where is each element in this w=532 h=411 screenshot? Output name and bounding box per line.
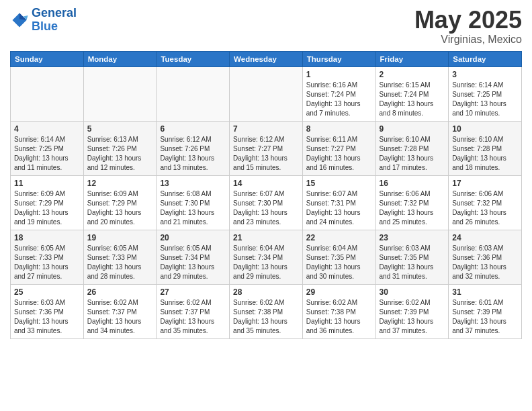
calendar-cell: 17Sunrise: 6:06 AMSunset: 7:32 PMDayligh… [449,175,522,230]
day-info: Sunrise: 6:12 AMSunset: 7:26 PMDaylight:… [160,135,226,173]
calendar-cell: 25Sunrise: 6:03 AMSunset: 7:36 PMDayligh… [11,284,84,338]
calendar-cell: 15Sunrise: 6:07 AMSunset: 7:31 PMDayligh… [302,175,375,230]
day-number: 18 [14,233,80,242]
day-info: Sunrise: 6:03 AMSunset: 7:36 PMDaylight:… [452,244,518,281]
day-info: Sunrise: 6:11 AMSunset: 7:27 PMDaylight:… [306,135,372,173]
calendar-week-2: 4Sunrise: 6:14 AMSunset: 7:25 PMDaylight… [11,121,522,175]
calendar-cell: 23Sunrise: 6:03 AMSunset: 7:35 PMDayligh… [375,230,449,284]
calendar-cell: 28Sunrise: 6:02 AMSunset: 7:38 PMDayligh… [230,284,303,338]
day-number: 31 [452,287,518,297]
day-number: 21 [233,233,299,242]
day-number: 14 [233,179,299,188]
calendar-cell: 24Sunrise: 6:03 AMSunset: 7:36 PMDayligh… [449,230,522,284]
calendar-cell: 8Sunrise: 6:11 AMSunset: 7:27 PMDaylight… [302,121,375,175]
main-title: May 2025 [414,7,522,34]
day-info: Sunrise: 6:02 AMSunset: 7:37 PMDaylight:… [87,298,153,336]
day-number: 10 [452,124,518,134]
day-number: 13 [160,179,226,188]
calendar-cell: 30Sunrise: 6:02 AMSunset: 7:39 PMDayligh… [375,284,449,338]
day-number: 24 [452,233,518,242]
day-info: Sunrise: 6:14 AMSunset: 7:25 PMDaylight:… [452,81,518,118]
day-info: Sunrise: 6:14 AMSunset: 7:25 PMDaylight:… [14,135,80,173]
calendar-cell [11,66,84,121]
calendar-cell: 21Sunrise: 6:04 AMSunset: 7:34 PMDayligh… [230,230,303,284]
day-number: 7 [233,124,299,134]
calendar-week-3: 11Sunrise: 6:09 AMSunset: 7:29 PMDayligh… [11,175,522,230]
calendar-cell: 22Sunrise: 6:04 AMSunset: 7:35 PMDayligh… [302,230,375,284]
day-info: Sunrise: 6:09 AMSunset: 7:29 PMDaylight:… [14,189,80,227]
day-number: 23 [380,233,445,242]
day-number: 9 [380,124,445,134]
calendar-cell: 7Sunrise: 6:12 AMSunset: 7:27 PMDaylight… [230,121,303,175]
day-info: Sunrise: 6:01 AMSunset: 7:39 PMDaylight:… [452,298,518,336]
day-number: 11 [14,179,80,188]
day-info: Sunrise: 6:06 AMSunset: 7:32 PMDaylight:… [452,189,518,227]
col-tuesday: Tuesday [157,51,230,66]
day-info: Sunrise: 6:04 AMSunset: 7:34 PMDaylight:… [233,244,299,281]
logo-icon [10,11,29,30]
day-info: Sunrise: 6:07 AMSunset: 7:30 PMDaylight:… [233,189,299,227]
day-number: 6 [160,124,226,134]
calendar-week-1: 1Sunrise: 6:16 AMSunset: 7:24 PMDaylight… [11,66,522,121]
day-info: Sunrise: 6:02 AMSunset: 7:38 PMDaylight:… [306,298,372,336]
calendar-cell [157,66,230,121]
day-number: 16 [380,179,445,188]
day-info: Sunrise: 6:03 AMSunset: 7:36 PMDaylight:… [14,298,80,336]
page-header: General Blue May 2025 Virginias, Mexico [10,7,522,46]
day-number: 8 [306,124,372,134]
day-number: 20 [160,233,226,242]
calendar-cell: 27Sunrise: 6:02 AMSunset: 7:37 PMDayligh… [157,284,230,338]
title-block: May 2025 Virginias, Mexico [414,7,522,46]
calendar-cell: 3Sunrise: 6:14 AMSunset: 7:25 PMDaylight… [449,66,522,121]
logo: General Blue [10,7,77,34]
day-info: Sunrise: 6:10 AMSunset: 7:28 PMDaylight:… [380,135,445,173]
calendar-cell: 2Sunrise: 6:15 AMSunset: 7:24 PMDaylight… [375,66,449,121]
calendar-cell: 18Sunrise: 6:05 AMSunset: 7:33 PMDayligh… [11,230,84,284]
calendar-week-4: 18Sunrise: 6:05 AMSunset: 7:33 PMDayligh… [11,230,522,284]
day-info: Sunrise: 6:04 AMSunset: 7:35 PMDaylight:… [306,244,372,281]
day-info: Sunrise: 6:05 AMSunset: 7:33 PMDaylight:… [14,244,80,281]
calendar-cell: 9Sunrise: 6:10 AMSunset: 7:28 PMDaylight… [375,121,449,175]
calendar-table: Sunday Monday Tuesday Wednesday Thursday… [10,51,522,339]
header-row: Sunday Monday Tuesday Wednesday Thursday… [11,51,522,66]
day-number: 22 [306,233,372,242]
calendar-cell: 31Sunrise: 6:01 AMSunset: 7:39 PMDayligh… [449,284,522,338]
col-wednesday: Wednesday [230,51,303,66]
col-friday: Friday [375,51,449,66]
day-number: 2 [380,70,445,79]
calendar-cell [83,66,157,121]
day-number: 4 [14,124,80,134]
day-number: 5 [87,124,153,134]
day-info: Sunrise: 6:07 AMSunset: 7:31 PMDaylight:… [306,189,372,227]
day-number: 1 [306,70,372,79]
day-info: Sunrise: 6:02 AMSunset: 7:38 PMDaylight:… [233,298,299,336]
calendar-week-5: 25Sunrise: 6:03 AMSunset: 7:36 PMDayligh… [11,284,522,338]
calendar-cell: 6Sunrise: 6:12 AMSunset: 7:26 PMDaylight… [157,121,230,175]
day-number: 27 [160,287,226,297]
day-info: Sunrise: 6:02 AMSunset: 7:39 PMDaylight:… [380,298,445,336]
day-number: 3 [452,70,518,79]
col-monday: Monday [83,51,157,66]
calendar-cell: 11Sunrise: 6:09 AMSunset: 7:29 PMDayligh… [11,175,84,230]
day-number: 19 [87,233,153,242]
day-info: Sunrise: 6:03 AMSunset: 7:35 PMDaylight:… [380,244,445,281]
day-number: 30 [380,287,445,297]
calendar-cell: 12Sunrise: 6:09 AMSunset: 7:29 PMDayligh… [83,175,157,230]
day-info: Sunrise: 6:15 AMSunset: 7:24 PMDaylight:… [380,81,445,118]
day-number: 26 [87,287,153,297]
day-info: Sunrise: 6:09 AMSunset: 7:29 PMDaylight:… [87,189,153,227]
day-number: 25 [14,287,80,297]
day-info: Sunrise: 6:10 AMSunset: 7:28 PMDaylight:… [452,135,518,173]
calendar-cell: 10Sunrise: 6:10 AMSunset: 7:28 PMDayligh… [449,121,522,175]
day-info: Sunrise: 6:05 AMSunset: 7:33 PMDaylight:… [87,244,153,281]
day-number: 12 [87,179,153,188]
calendar-cell: 26Sunrise: 6:02 AMSunset: 7:37 PMDayligh… [83,284,157,338]
subtitle: Virginias, Mexico [414,34,522,46]
day-number: 15 [306,179,372,188]
day-info: Sunrise: 6:06 AMSunset: 7:32 PMDaylight:… [380,189,445,227]
calendar-cell: 5Sunrise: 6:13 AMSunset: 7:26 PMDaylight… [83,121,157,175]
day-info: Sunrise: 6:12 AMSunset: 7:27 PMDaylight:… [233,135,299,173]
col-saturday: Saturday [449,51,522,66]
calendar-cell: 4Sunrise: 6:14 AMSunset: 7:25 PMDaylight… [11,121,84,175]
day-info: Sunrise: 6:02 AMSunset: 7:37 PMDaylight:… [160,298,226,336]
